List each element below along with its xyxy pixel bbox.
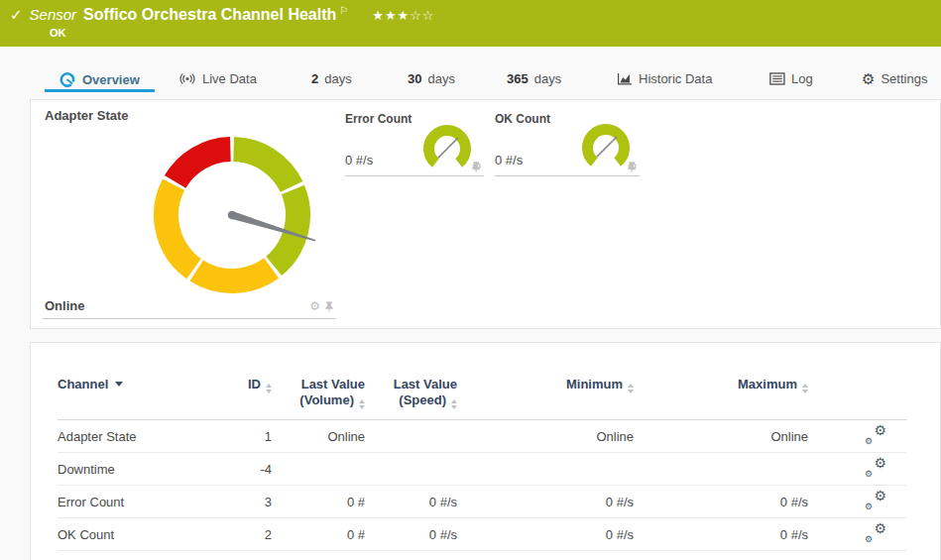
sensor-kind-label: Sensor xyxy=(30,6,77,23)
pin-icon[interactable] xyxy=(627,162,637,172)
table-row[interactable]: Downtime -4 ⚙⚙ xyxy=(58,453,907,486)
sensor-status-text: OK xyxy=(50,27,66,39)
cell-maximum: 0 #/s xyxy=(634,518,808,551)
column-header-minimum[interactable]: Minimum xyxy=(457,373,634,420)
tab-30-days[interactable]: 30 days xyxy=(408,71,455,86)
gauge-title-ok-count: OK Count xyxy=(495,112,550,126)
tab-log[interactable]: Log xyxy=(769,71,813,86)
sensor-title: Soffico Orchestra Channel Health xyxy=(83,6,336,24)
tab-settings[interactable]: ⚙ Settings xyxy=(862,71,927,86)
column-header-last-value-volume[interactable]: Last Value(Volume) xyxy=(272,373,365,420)
column-sublabel: (Volume) xyxy=(299,392,354,407)
tab-2-days[interactable]: 2 days xyxy=(311,71,352,86)
ok-count-gauge xyxy=(579,123,633,172)
stars-filled[interactable]: ★★★ xyxy=(372,8,410,23)
priority-stars[interactable]: ★★★☆☆ xyxy=(372,8,434,23)
cell-actions: ⚙⚙ xyxy=(808,518,907,551)
column-label: Last Value xyxy=(394,377,457,392)
cell-channel: OK Count xyxy=(58,518,222,551)
cell-channel: Downtime xyxy=(58,453,222,486)
tab-historic-data[interactable]: Historic Data xyxy=(617,71,712,86)
gauge-title-adapter-state: Adapter State xyxy=(45,108,129,123)
tab-label: Historic Data xyxy=(639,71,712,86)
cell-minimum: 0 #/s xyxy=(457,518,634,551)
gear-icon: ⚙ xyxy=(862,71,875,86)
error-count-gauge xyxy=(420,124,474,173)
column-header-maximum[interactable]: Maximum xyxy=(634,373,808,420)
pin-icon[interactable] xyxy=(324,301,334,312)
table-row[interactable]: Adapter State 1 Online Online Online ⚙⚙ xyxy=(58,420,907,453)
column-header-actions xyxy=(808,373,907,420)
column-header-id[interactable]: ID xyxy=(222,373,272,420)
gauge-title-error-count: Error Count xyxy=(345,112,412,126)
column-header-channel[interactable]: Channel xyxy=(58,373,222,420)
cell-id: -4 xyxy=(222,453,272,486)
cell-actions: ⚙⚙ xyxy=(808,486,907,518)
tab-label: Settings xyxy=(881,71,927,86)
cell-actions: ⚙⚙ xyxy=(808,420,907,453)
sort-icon xyxy=(266,384,272,393)
area-chart-icon xyxy=(617,71,633,86)
tab-number: 30 xyxy=(408,71,421,86)
stars-empty[interactable]: ☆☆ xyxy=(410,8,434,23)
cell-channel: Adapter State xyxy=(58,420,222,453)
tab-label: days xyxy=(427,71,454,86)
sort-icon xyxy=(451,399,457,409)
tab-label: Log xyxy=(791,71,813,86)
cell-last-value-speed: 0 #/s xyxy=(365,518,457,551)
channel-table: Channel ID Last Value(Volume) Last Value… xyxy=(58,373,907,551)
gauge-icon xyxy=(59,71,76,88)
cell-last-value-speed xyxy=(365,453,457,486)
cell-last-value-speed xyxy=(365,420,457,453)
column-sublabel: (Speed) xyxy=(399,392,446,407)
column-header-last-value-speed[interactable]: Last Value(Speed) xyxy=(365,373,457,420)
status-ok-check-icon: ✓ xyxy=(10,6,23,24)
cell-actions: ⚙⚙ xyxy=(808,453,907,486)
cell-last-value-volume: Online xyxy=(272,420,365,453)
log-list-icon xyxy=(769,72,785,85)
channel-settings-gears-icon[interactable]: ⚙⚙ xyxy=(865,427,886,443)
cell-maximum: Online xyxy=(634,420,808,453)
column-label: ID xyxy=(248,377,261,392)
cell-last-value-volume: 0 # xyxy=(272,486,365,518)
tab-label: days xyxy=(324,71,351,86)
tab-label: Live Data xyxy=(202,71,257,86)
cell-minimum: Online xyxy=(457,420,634,453)
tab-overview[interactable]: Overview xyxy=(59,71,140,88)
table-row[interactable]: OK Count 2 0 # 0 #/s 0 #/s 0 #/s ⚙⚙ xyxy=(58,518,907,551)
active-tab-underline xyxy=(45,89,155,92)
tab-label: days xyxy=(534,71,561,86)
column-label: Maximum xyxy=(738,377,797,392)
cell-id: 2 xyxy=(222,518,272,551)
cell-maximum: 0 #/s xyxy=(634,486,808,518)
flag-icon[interactable]: ⚐ xyxy=(339,5,348,16)
cell-id: 3 xyxy=(222,486,272,518)
cell-id: 1 xyxy=(222,420,272,453)
error-count-value: 0 #/s xyxy=(345,153,373,168)
channel-settings-gears-icon[interactable]: ⚙⚙ xyxy=(865,460,886,476)
adapter-state-footer: Online ⚙ xyxy=(43,294,336,319)
tab-365-days[interactable]: 365 days xyxy=(507,71,561,86)
broadcast-icon xyxy=(178,71,196,86)
pin-icon[interactable] xyxy=(471,162,481,172)
adapter-state-donut-gauge xyxy=(140,126,328,304)
cell-last-value-volume: 0 # xyxy=(272,518,365,551)
sort-icon xyxy=(628,384,634,393)
column-label: Last Value xyxy=(301,377,365,392)
sort-icon xyxy=(359,399,365,409)
adapter-state-value: Online xyxy=(45,298,84,313)
table-header-row: Channel ID Last Value(Volume) Last Value… xyxy=(58,373,907,420)
tab-live-data[interactable]: Live Data xyxy=(178,71,257,86)
tab-label: Overview xyxy=(82,72,140,87)
channel-settings-gears-icon[interactable]: ⚙⚙ xyxy=(865,525,886,541)
column-label: Channel xyxy=(58,377,108,392)
table-row[interactable]: Error Count 3 0 # 0 #/s 0 #/s 0 #/s ⚙⚙ xyxy=(58,486,907,518)
cell-minimum xyxy=(457,453,634,486)
cell-maximum xyxy=(634,453,808,486)
gauge-settings-gear-icon[interactable]: ⚙ xyxy=(309,300,320,312)
channel-settings-gears-icon[interactable]: ⚙⚙ xyxy=(865,493,886,508)
tab-number: 365 xyxy=(507,71,529,86)
overview-gauges-panel: Adapter State Online ⚙ Error Count 0 #/s… xyxy=(30,99,941,329)
cell-last-value-volume xyxy=(272,453,365,486)
cell-channel: Error Count xyxy=(58,486,222,518)
